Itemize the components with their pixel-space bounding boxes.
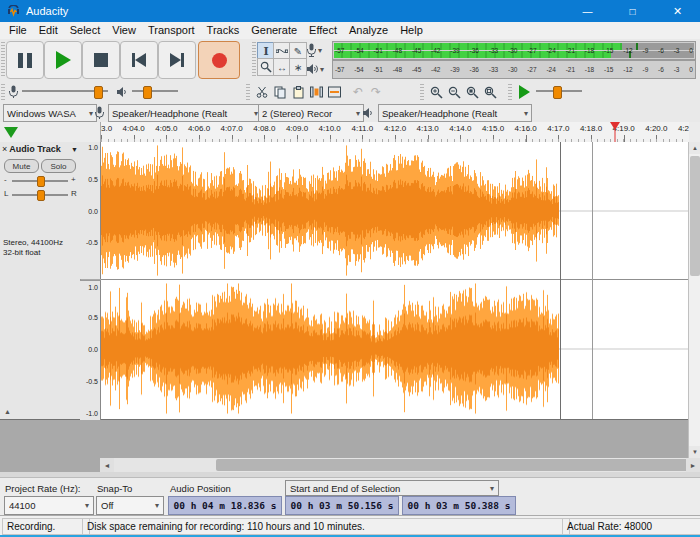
horizontal-scroll-thumb[interactable] — [216, 459, 700, 471]
cut-button[interactable] — [252, 82, 272, 102]
trim-audio-button[interactable] — [306, 82, 326, 102]
selection-start-field[interactable]: 00 h 03 m 50.156 s — [285, 496, 399, 515]
meter-scale-label: -21 — [566, 47, 575, 54]
recording-meter-dropdown[interactable]: ▾ — [306, 43, 322, 57]
toolbar-grip[interactable] — [508, 83, 512, 100]
play-button[interactable] — [44, 41, 82, 79]
toolbar-row-2: ↶ ↷ — [0, 80, 700, 104]
waveform-canvas-left[interactable] — [101, 142, 688, 279]
meter-scale-label: -12 — [623, 66, 632, 73]
waveform-channel-right[interactable] — [101, 280, 688, 419]
gain-minus-label: - — [4, 175, 7, 184]
scroll-right-button[interactable]: ► — [686, 458, 700, 472]
track-menu-button[interactable]: ▼ — [71, 146, 78, 153]
gain-slider[interactable] — [12, 175, 68, 186]
maximize-button[interactable]: □ — [610, 0, 655, 22]
skip-end-icon — [170, 53, 181, 67]
menu-item-file[interactable]: File — [3, 22, 33, 39]
toolbar-grip[interactable] — [420, 83, 424, 100]
waveform-channel-left[interactable] — [101, 142, 688, 280]
play-speed-thumb[interactable] — [553, 86, 562, 99]
track-collapse-button[interactable]: ▲ — [4, 408, 11, 415]
fit-selection-button[interactable] — [462, 82, 482, 102]
gain-thumb[interactable] — [37, 176, 45, 187]
fit-project-button[interactable] — [480, 82, 500, 102]
track-close-button[interactable]: × — [2, 144, 7, 154]
chevron-down-icon: ▾ — [490, 484, 494, 493]
audio-position-field[interactable]: 00 h 04 m 18.836 s — [168, 496, 282, 515]
silence-audio-button[interactable] — [324, 82, 344, 102]
redo-button[interactable]: ↷ — [366, 82, 386, 102]
copy-button[interactable] — [270, 82, 290, 102]
timeline-label: 4:08.0 — [253, 124, 275, 133]
playback-meter[interactable]: -57-54-51-48-45-42-39-36-33-30-27-24-21-… — [332, 60, 696, 79]
meter-scale-label: -15 — [604, 66, 613, 73]
toolbar-grip[interactable] — [252, 42, 256, 76]
menu-item-select[interactable]: Select — [64, 22, 107, 39]
pause-button[interactable] — [6, 41, 44, 79]
paste-button[interactable] — [288, 82, 308, 102]
playback-meter-dropdown[interactable]: ▾ — [306, 63, 324, 75]
scroll-up-button[interactable]: ▲ — [689, 142, 700, 154]
close-button[interactable]: ✕ — [655, 0, 700, 22]
snap-to-select[interactable]: Off ▾ — [96, 496, 164, 515]
menu-item-edit[interactable]: Edit — [33, 22, 64, 39]
minimize-button[interactable]: — — [565, 0, 610, 22]
multi-tool-button[interactable]: ∗ — [289, 58, 307, 76]
toolbar-grip[interactable] — [1, 42, 5, 76]
play-speed-slider[interactable] — [536, 85, 582, 98]
vertical-scale-label: -0.5 — [86, 378, 98, 385]
scroll-left-button[interactable]: ◄ — [100, 458, 114, 472]
meter-scale-label: -57 — [335, 66, 344, 73]
recording-channels-select[interactable]: 2 (Stereo) Recor ▾ — [258, 104, 364, 122]
skip-to-end-button[interactable] — [158, 41, 196, 79]
meter-scale-label: -48 — [393, 66, 402, 73]
recording-device-select[interactable]: Speaker/Headphone (Realt ▾ — [108, 104, 262, 122]
horizontal-scrollbar[interactable]: ◄ ► — [100, 458, 700, 472]
audio-host-select[interactable]: Windows WASA ▾ — [3, 104, 97, 122]
track-name[interactable]: Audio Track — [9, 144, 69, 154]
toolbar-grip[interactable] — [246, 83, 250, 100]
recording-volume-thumb[interactable] — [94, 86, 103, 99]
fit-selection-icon — [466, 86, 479, 99]
scroll-down-button[interactable]: ▼ — [689, 446, 700, 458]
toolbar-grip[interactable] — [1, 83, 5, 100]
pan-slider[interactable] — [12, 189, 68, 200]
zoom-in-button[interactable] — [426, 82, 446, 102]
menu-item-tracks[interactable]: Tracks — [201, 22, 246, 39]
vertical-scroll-thumb[interactable] — [690, 156, 700, 276]
pan-right-label: R — [71, 189, 77, 198]
meter-scale-label: -3 — [674, 47, 680, 54]
timeline-pin-icon[interactable] — [4, 127, 18, 138]
playback-volume-thumb[interactable] — [143, 86, 152, 99]
play-at-speed-button[interactable] — [514, 82, 534, 102]
audio-track: × Audio Track ▼ Mute Solo - + L R Stereo… — [0, 142, 688, 420]
record-button[interactable] — [198, 41, 240, 79]
recording-meter[interactable]: -57-54-51-48-45-42-39-36-33-30-27-24-21-… — [332, 41, 696, 60]
skip-to-start-button[interactable] — [120, 41, 158, 79]
selection-end-field[interactable]: 00 h 03 m 50.388 s — [402, 496, 516, 515]
vertical-scrollbar[interactable]: ▲ ▼ — [688, 142, 700, 458]
meter-scale-label: -48 — [393, 47, 402, 54]
solo-button[interactable]: Solo — [41, 159, 76, 173]
menu-item-effect[interactable]: Effect — [303, 22, 343, 39]
pan-thumb[interactable] — [37, 190, 45, 201]
undo-icon: ↶ — [353, 85, 363, 99]
playback-device-select[interactable]: Speaker/Headphone (Realt ▾ — [378, 104, 532, 122]
menu-item-view[interactable]: View — [106, 22, 142, 39]
stop-button[interactable] — [82, 41, 120, 79]
menu-item-analyze[interactable]: Analyze — [343, 22, 394, 39]
undo-button[interactable]: ↶ — [348, 82, 368, 102]
menu-item-generate[interactable]: Generate — [245, 22, 303, 39]
selection-mode-select[interactable]: Start and End of Selection ▾ — [285, 480, 499, 496]
menu-item-transport[interactable]: Transport — [142, 22, 201, 39]
menu-item-help[interactable]: Help — [394, 22, 429, 39]
project-rate-select[interactable]: 44100 ▾ — [4, 496, 94, 515]
recording-volume-slider[interactable] — [22, 85, 108, 98]
playback-volume-slider[interactable] — [132, 85, 178, 98]
mute-button[interactable]: Mute — [4, 159, 39, 173]
timeline-ruler[interactable]: 4:03.04:04.04:05.04:06.04:07.04:08.04:09… — [100, 122, 689, 142]
waveform-canvas-right[interactable] — [101, 280, 688, 417]
zoom-out-button[interactable] — [444, 82, 464, 102]
chevron-down-icon: ▾ — [85, 501, 89, 510]
